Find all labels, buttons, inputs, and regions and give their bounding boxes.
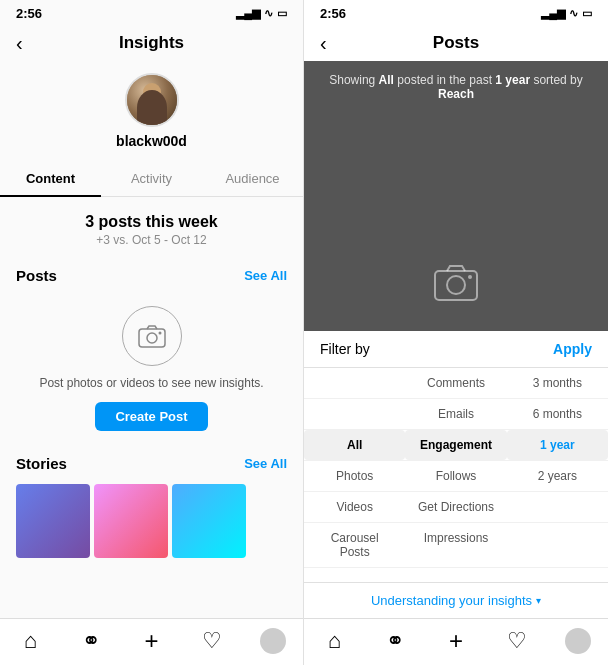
header-left: ‹ Insights xyxy=(0,25,303,61)
filter-cell-comments[interactable]: Comments xyxy=(405,368,506,398)
avatar-image xyxy=(127,75,177,125)
heart-icon-left: ♡ xyxy=(202,628,222,654)
search-icon-right: ⚭ xyxy=(386,628,404,654)
week-compare: +3 vs. Oct 5 - Oct 12 xyxy=(0,233,303,247)
filter-cell-photos[interactable]: Photos xyxy=(304,461,405,491)
tab-activity[interactable]: Activity xyxy=(101,161,202,196)
banner-text: Showing All posted in the past 1 year so… xyxy=(304,73,608,101)
filter-row-6: Carousel Posts Impressions xyxy=(304,523,608,568)
tabs: Content Activity Audience xyxy=(0,161,303,197)
username: blackw00d xyxy=(116,133,187,149)
avatar xyxy=(125,73,179,127)
filter-cell-empty-3 xyxy=(507,492,608,522)
story-thumb-3[interactable] xyxy=(172,484,246,558)
back-button-right[interactable]: ‹ xyxy=(320,32,327,55)
story-thumbnails xyxy=(0,478,303,558)
empty-posts-text: Post photos or videos to see new insight… xyxy=(39,376,263,390)
nav-search-right[interactable]: ⚭ xyxy=(365,627,426,655)
status-bar-right: 2:56 ▂▄▆ ∿ ▭ xyxy=(304,0,608,25)
page-title-left: Insights xyxy=(119,33,184,53)
home-icon-right: ⌂ xyxy=(328,628,341,654)
avatar-body xyxy=(137,90,167,125)
nav-home-left[interactable]: ⌂ xyxy=(0,627,61,655)
svg-rect-0 xyxy=(139,329,165,347)
filter-row-1: Comments 3 months xyxy=(304,368,608,399)
nav-profile-right[interactable] xyxy=(547,627,608,655)
bottom-nav-right: ⌂ ⚭ + ♡ xyxy=(304,618,608,665)
stories-section: Stories See All xyxy=(0,447,303,566)
profile-section: blackw00d xyxy=(0,61,303,157)
nav-likes-right[interactable]: ♡ xyxy=(486,627,547,655)
filter-cell-empty-2 xyxy=(304,399,405,429)
filter-cell-empty-1 xyxy=(304,368,405,398)
filter-row-3: All Engagement 1 year xyxy=(304,430,608,461)
filter-cell-3months[interactable]: 3 months xyxy=(507,368,608,398)
week-count: 3 posts this week xyxy=(0,213,303,231)
time-left: 2:56 xyxy=(16,6,42,21)
apply-button[interactable]: Apply xyxy=(553,341,592,357)
heart-icon-right: ♡ xyxy=(507,628,527,654)
filter-label: Filter by xyxy=(320,341,370,357)
filter-cell-2years[interactable]: 2 years xyxy=(507,461,608,491)
search-icon-left: ⚭ xyxy=(82,628,100,654)
header-right: ‹ Posts xyxy=(304,25,608,61)
understanding-bar[interactable]: Understanding your insights ▾ xyxy=(304,582,608,618)
chevron-down-icon: ▾ xyxy=(536,595,541,606)
nav-add-right[interactable]: + xyxy=(426,627,487,655)
wifi-icon-right: ∿ xyxy=(569,7,578,20)
stories-section-header: Stories See All xyxy=(0,447,303,478)
filter-grid: Comments 3 months Emails 6 months All En… xyxy=(304,368,608,582)
story-thumb-1[interactable] xyxy=(16,484,90,558)
filter-cell-get-directions[interactable]: Get Directions xyxy=(405,492,506,522)
story-thumb-2[interactable] xyxy=(94,484,168,558)
svg-point-5 xyxy=(468,275,472,279)
svg-point-1 xyxy=(147,333,157,343)
tab-audience[interactable]: Audience xyxy=(202,161,303,196)
filter-cell-impressions[interactable]: Impressions xyxy=(405,523,506,567)
filter-cell-emails[interactable]: Emails xyxy=(405,399,506,429)
posts-section-header: Posts See All xyxy=(0,259,303,290)
filter-cell-videos[interactable]: Videos xyxy=(304,492,405,522)
filter-section: Filter by Apply xyxy=(304,331,608,368)
home-icon-left: ⌂ xyxy=(24,628,37,654)
nav-profile-left[interactable] xyxy=(242,627,303,655)
nav-search-left[interactable]: ⚭ xyxy=(61,627,122,655)
stories-title: Stories xyxy=(16,455,67,472)
banner-text1: Showing xyxy=(329,73,378,87)
status-bar-left: 2:56 ▂▄▆ ∿ ▭ xyxy=(0,0,303,25)
bottom-nav-left: ⌂ ⚭ + ♡ xyxy=(0,618,303,665)
nav-add-left[interactable]: + xyxy=(121,627,182,655)
filter-cell-1year[interactable]: 1 year xyxy=(507,430,608,460)
page-title-right: Posts xyxy=(433,33,479,53)
add-icon-left: + xyxy=(144,627,158,655)
nav-likes-left[interactable]: ♡ xyxy=(182,627,243,655)
understanding-text: Understanding your insights xyxy=(371,593,532,608)
svg-point-2 xyxy=(158,332,161,335)
signal-icon-right: ▂▄▆ xyxy=(541,7,565,20)
stories-see-all[interactable]: See All xyxy=(244,456,287,471)
battery-icon-right: ▭ xyxy=(582,7,592,20)
filter-cell-follows[interactable]: Follows xyxy=(405,461,506,491)
banner-text2: posted in the past xyxy=(394,73,495,87)
banner-highlight-reach: Reach xyxy=(438,87,474,101)
filter-row-4: Photos Follows 2 years xyxy=(304,461,608,492)
status-icons-left: ▂▄▆ ∿ ▭ xyxy=(236,7,287,20)
filter-row-2: Emails 6 months xyxy=(304,399,608,430)
time-right: 2:56 xyxy=(320,6,346,21)
profile-icon-right xyxy=(565,628,591,654)
svg-point-4 xyxy=(447,276,465,294)
profile-icon-left xyxy=(260,628,286,654)
tab-content[interactable]: Content xyxy=(0,161,101,196)
filter-cell-carousel[interactable]: Carousel Posts xyxy=(304,523,405,567)
week-stats: 3 posts this week +3 vs. Oct 5 - Oct 12 xyxy=(0,197,303,259)
filter-cell-engagement[interactable]: Engagement xyxy=(405,430,506,460)
filter-row-5: Videos Get Directions xyxy=(304,492,608,523)
empty-posts: Post photos or videos to see new insight… xyxy=(0,290,303,447)
filter-cell-6months[interactable]: 6 months xyxy=(507,399,608,429)
posts-see-all[interactable]: See All xyxy=(244,268,287,283)
posts-banner: Showing All posted in the past 1 year so… xyxy=(304,61,608,331)
back-button-left[interactable]: ‹ xyxy=(16,32,23,55)
create-post-button[interactable]: Create Post xyxy=(95,402,207,431)
nav-home-right[interactable]: ⌂ xyxy=(304,627,365,655)
filter-cell-all[interactable]: All xyxy=(304,430,405,460)
